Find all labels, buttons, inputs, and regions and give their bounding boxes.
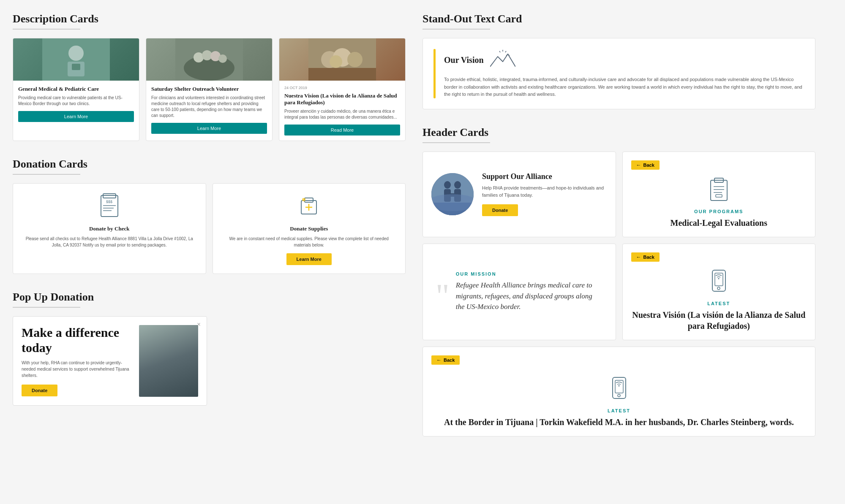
donate-supplies-text: We are in constant need of medical suppl…	[221, 236, 397, 248]
desc-card-1-body: General Medical & Pediatric Care Providi…	[13, 81, 139, 127]
donate-check-title: Donate by Check	[22, 225, 197, 232]
donation-cards-grid: $$$ Donate by Check Please send all chec…	[13, 183, 406, 274]
quote-icon: "	[436, 282, 450, 309]
popup-image	[139, 325, 198, 397]
mission-label: OUR MISSION	[456, 271, 603, 276]
phone-icon	[631, 268, 807, 298]
popup-title: Pop Up Donation	[13, 291, 406, 303]
svg-point-37	[431, 194, 474, 211]
latest-1-back-btn[interactable]: ← Back	[631, 252, 660, 262]
svg-line-29	[499, 51, 500, 52]
desc-card-1-title: General Medical & Pediatric Care	[18, 86, 134, 92]
donate-supplies-btn[interactable]: Learn More	[286, 253, 332, 265]
latest-2-category: LATEST	[431, 408, 807, 413]
popup-close-icon[interactable]: ×	[197, 321, 201, 328]
mission-text: Refugee Health Alliance brings medical c…	[456, 280, 603, 312]
standout-accent-bar	[433, 49, 436, 98]
support-text-block: Support Our Alliance Help RHA provide tr…	[482, 172, 607, 216]
desc-card-1-image	[13, 38, 139, 81]
back-arrow-icon-2: ←	[636, 254, 641, 260]
svg-rect-38	[711, 180, 727, 201]
desc-card-3-image	[279, 38, 405, 81]
donation-divider	[13, 174, 80, 175]
clipboard-icon	[631, 176, 807, 206]
svg-point-31	[444, 181, 451, 189]
desc-card-3-body: 24 OCT 2019 Nuestra Vision (La vision de…	[279, 81, 405, 141]
desc-card-2-btn[interactable]: Learn More	[151, 123, 267, 134]
standout-section: Stand-Out Text Card Our Vision	[422, 13, 815, 109]
popup-card: × Make a difference today With your help…	[13, 316, 207, 406]
svg-rect-43	[716, 195, 722, 197]
back-arrow-icon: ←	[636, 162, 641, 168]
donate-supplies-title: Donate Supplies	[221, 225, 397, 232]
check-icon: $$$	[22, 192, 197, 221]
popup-image-inner	[139, 325, 198, 397]
standout-text: To provide ethical, holistic, integrated…	[444, 76, 804, 98]
latest-2-back-label: Back	[444, 358, 455, 363]
programs-back-btn[interactable]: ← Back	[631, 160, 660, 170]
header-cards-grid: Support Our Alliance Help RHA provide tr…	[422, 152, 815, 436]
donation-cards-title: Donation Cards	[13, 158, 406, 171]
desc-card-3-title: Nuestra Vision (La vision de la Alianza …	[284, 92, 400, 106]
svg-rect-16	[101, 195, 118, 217]
popup-text-side: Make a difference today With your help, …	[22, 325, 133, 396]
standout-content: Our Vision	[444, 49, 804, 98]
svg-point-50	[618, 394, 620, 397]
popup-section: Pop Up Donation × Make a difference toda…	[13, 291, 406, 406]
standout-header: Our Vision	[444, 49, 804, 71]
svg-rect-15	[308, 68, 376, 81]
mountain-icon	[490, 49, 515, 71]
svg-line-28	[505, 51, 506, 52]
latest-1-category: LATEST	[631, 301, 807, 306]
desc-card-2-title: Saturday Shelter Outreach Volunteer	[151, 86, 267, 92]
popup-body: With your help, RHA can continue to prov…	[22, 360, 133, 379]
header-cards-title: Header Cards	[422, 126, 815, 139]
programs-card-title: Medical-Legal Evaluations	[631, 217, 807, 228]
svg-point-14	[330, 55, 342, 68]
donate-supplies-card: Donate Supplies We are in constant need …	[213, 183, 406, 274]
latest-2-back-btn[interactable]: ← Back	[431, 355, 460, 365]
standout-heading: Our Vision	[444, 55, 484, 65]
desc-card-3-date: 24 OCT 2019	[284, 86, 400, 90]
description-divider	[13, 29, 80, 30]
programs-back-card: ← Back OUR PROGRAMS	[622, 152, 816, 237]
back-arrow-icon-3: ←	[436, 357, 442, 363]
support-avatar-inner	[431, 173, 474, 215]
programs-back-label: Back	[643, 163, 654, 168]
desc-card-1-text: Providing medical care to vulnerable pat…	[18, 95, 134, 107]
standout-divider	[422, 29, 490, 30]
desc-card-3-btn[interactable]: Read More	[284, 125, 400, 135]
svg-point-6	[194, 52, 204, 62]
phone-icon-2	[431, 375, 807, 405]
desc-cards-grid: General Medical & Pediatric Care Providi…	[13, 38, 406, 141]
programs-category: OUR PROGRAMS	[631, 209, 807, 214]
desc-card-3: 24 OCT 2019 Nuestra Vision (La vision de…	[279, 38, 406, 141]
svg-point-33	[454, 181, 461, 189]
desc-card-1-btn[interactable]: Learn More	[18, 111, 134, 122]
desc-card-2: Saturday Shelter Outreach Volunteer For …	[146, 38, 273, 141]
desc-card-1: General Medical & Pediatric Care Providi…	[13, 38, 139, 141]
description-cards-title: Description Cards	[13, 13, 406, 25]
svg-point-46	[717, 287, 720, 290]
latest-card-2: ← Back LATEST	[422, 347, 815, 436]
popup-donate-btn[interactable]: Donate	[22, 385, 57, 396]
support-avatar	[431, 173, 474, 215]
desc-card-2-text: For clinicians and volunteers interested…	[151, 95, 267, 119]
popup-divider	[13, 307, 80, 308]
support-title: Support Our Alliance	[482, 172, 607, 181]
standout-card: Our Vision	[422, 38, 815, 109]
desc-card-3-text: Proveer atención y cuidado médico, de un…	[284, 108, 400, 120]
mission-content: OUR MISSION Refugee Health Alliance brin…	[456, 271, 603, 312]
svg-point-9	[218, 54, 227, 63]
svg-point-47	[718, 278, 719, 279]
svg-rect-3	[72, 64, 80, 70]
support-donate-btn[interactable]: Donate	[482, 204, 518, 216]
support-body: Help RHA provide treatments—and hope-to …	[482, 184, 607, 198]
svg-point-13	[347, 52, 363, 67]
desc-card-2-image	[146, 38, 272, 81]
donate-check-card: $$$ Donate by Check Please send all chec…	[13, 183, 206, 274]
latest-card-1: ← Back LATEST	[622, 244, 816, 340]
standout-title: Stand-Out Text Card	[422, 13, 815, 25]
latest-2-title: At the Border in Tijuana | Torkin Wakefi…	[431, 417, 807, 428]
svg-point-26	[302, 198, 305, 201]
